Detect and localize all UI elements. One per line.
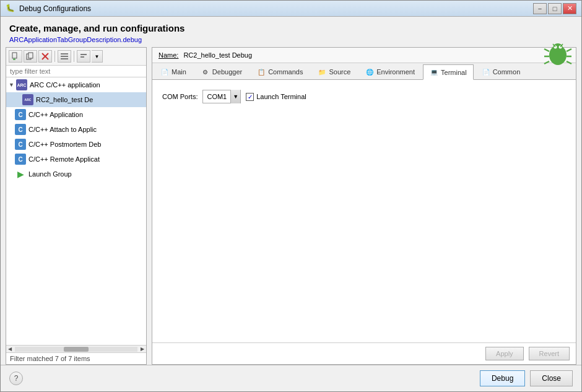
arc-child-icon: ARC	[22, 94, 33, 105]
window-title: Debug Configurations	[19, 4, 533, 13]
filter-input[interactable]	[6, 66, 146, 77]
terminal-tab-icon: 💻	[430, 68, 438, 77]
bottom-bar: Apply Revert	[152, 342, 576, 364]
svg-line-5	[567, 49, 571, 51]
terminal-tab-content: COM Ports: COM1 ▼ ✓ Launch Terminal	[152, 80, 576, 342]
close-window-button[interactable]: ✕	[563, 3, 576, 14]
delete-config-button[interactable]	[38, 50, 52, 63]
header: Create, manage, and run configurations A…	[1, 17, 581, 47]
tree-item-rc2[interactable]: ARC RC2_hello_test De	[6, 92, 146, 107]
debugger-tab-icon: ⚙	[201, 68, 210, 76]
svg-line-4	[544, 61, 549, 64]
scrollbar-thumb[interactable]	[64, 347, 89, 352]
tree-item-cpp-app[interactable]: C C/C++ Application	[6, 107, 146, 122]
tab-debugger-label: Debugger	[212, 68, 242, 76]
expand-dropdown-button[interactable]: ▼	[92, 50, 103, 63]
tree-item-cpp-attach[interactable]: C C/C++ Attach to Applic	[6, 122, 146, 137]
svg-line-2	[544, 49, 549, 51]
tab-common-label: Common	[493, 68, 521, 76]
window-icon: 🐛	[6, 4, 15, 14]
tree-item-launch-group[interactable]: ▶ Launch Group	[6, 167, 146, 181]
cpp-remote-label: C/C++ Remote Applicat	[28, 155, 100, 163]
com-select-value: COM1	[203, 92, 230, 102]
bug-icon	[543, 39, 573, 69]
tab-terminal[interactable]: 💻 Terminal	[423, 64, 474, 80]
titlebar: 🐛 Debug Configurations − □ ✕	[1, 1, 581, 17]
name-bar: Name: RC2_hello_test Debug	[152, 48, 576, 63]
tree-arrow-arc: ▼	[9, 82, 15, 88]
arc-parent-icon: ARC	[16, 79, 27, 90]
filter-status: Filter matched 7 of 7 items	[6, 352, 146, 364]
cpp-attach-label: C/C++ Attach to Applic	[28, 126, 97, 133]
footer: ? Debug Close	[1, 365, 581, 391]
tree-item-arc-parent[interactable]: ▼ ARC ARC C/C++ application	[6, 77, 146, 92]
tree-item-cpp-postmortem[interactable]: C C/C++ Postmortem Deb	[6, 137, 146, 152]
apply-button[interactable]: Apply	[485, 347, 524, 360]
main-tab-icon: 📄	[160, 68, 169, 76]
svg-line-7	[567, 61, 571, 64]
revert-button[interactable]: Revert	[529, 347, 570, 360]
tab-environment-label: Environment	[376, 68, 415, 76]
tab-main[interactable]: 📄 Main	[154, 64, 193, 79]
footer-buttons: Debug Close	[480, 370, 573, 386]
cpp-app-icon: C	[15, 109, 26, 120]
cpp-attach-icon: C	[15, 124, 26, 135]
tab-source-label: Source	[329, 68, 350, 76]
launch-group-icon: ▶	[15, 168, 26, 180]
left-panel: ▼ ▼ ARC ARC C/C++ application ARC	[6, 47, 147, 365]
expand-button[interactable]	[77, 50, 90, 63]
help-button[interactable]: ?	[9, 372, 23, 385]
tab-common[interactable]: 📄 Common	[475, 64, 528, 79]
launch-group-label: Launch Group	[28, 170, 72, 178]
cpp-postmortem-label: C/C++ Postmortem Deb	[28, 141, 101, 148]
svg-rect-16	[28, 53, 33, 58]
tree-view: ▼ ARC ARC C/C++ application ARC RC2_hell…	[6, 77, 146, 345]
tabs-bar: 📄 Main ⚙ Debugger 📋 Commands 📁 Source 🌐	[152, 63, 576, 80]
com-ports-row: COM Ports: COM1 ▼ ✓ Launch Terminal	[162, 90, 566, 103]
titlebar-controls: − □ ✕	[533, 3, 576, 14]
tab-terminal-label: Terminal	[441, 69, 467, 76]
header-subtitle: ARCApplicationTabGroupDescription.debug	[9, 36, 573, 43]
scroll-right-arrow[interactable]: ▶	[139, 346, 146, 353]
duplicate-config-button[interactable]	[24, 50, 37, 63]
tab-source[interactable]: 📁 Source	[311, 64, 357, 79]
tab-commands[interactable]: 📋 Commands	[250, 64, 310, 79]
com-select[interactable]: COM1 ▼	[202, 90, 241, 103]
scrollbar-track	[15, 347, 137, 352]
debug-button[interactable]: Debug	[480, 370, 525, 386]
scroll-left-arrow[interactable]: ◀	[6, 346, 14, 353]
maximize-button[interactable]: □	[548, 3, 562, 14]
com-select-arrow[interactable]: ▼	[230, 90, 240, 103]
toolbar-separator-2	[74, 51, 74, 62]
main-content: ▼ ▼ ARC ARC C/C++ application ARC	[1, 47, 581, 365]
collapse-all-button[interactable]	[58, 50, 71, 63]
horizontal-scrollbar[interactable]: ◀ ▶	[6, 345, 146, 352]
launch-terminal-label: Launch Terminal	[256, 93, 306, 100]
rc2-label: RC2_hello_test De	[36, 96, 93, 103]
name-value: RC2_hello_test Debug	[183, 51, 252, 59]
left-toolbar: ▼	[6, 48, 146, 66]
svg-rect-12	[12, 53, 17, 58]
name-label: Name:	[159, 51, 178, 59]
new-config-button[interactable]	[9, 50, 22, 63]
right-panel: Name: RC2_hello_test Debug 📄 Main ⚙ Debu…	[152, 47, 576, 365]
tree-item-cpp-remote[interactable]: C C/C++ Remote Applicat	[6, 152, 146, 167]
tab-main-label: Main	[172, 68, 186, 76]
cpp-remote-icon: C	[15, 154, 26, 165]
common-tab-icon: 📄	[482, 68, 490, 76]
toolbar-separator-1	[54, 51, 55, 62]
arc-parent-label: ARC C/C++ application	[30, 81, 100, 89]
close-button[interactable]: Close	[530, 370, 573, 386]
environment-tab-icon: 🌐	[365, 68, 374, 76]
tab-environment[interactable]: 🌐 Environment	[358, 64, 422, 79]
debug-configurations-window: 🐛 Debug Configurations − □ ✕ Create, man…	[0, 0, 582, 392]
launch-terminal-checkbox[interactable]: ✓	[246, 93, 254, 101]
minimize-button[interactable]: −	[533, 3, 547, 14]
com-ports-label: COM Ports:	[162, 93, 198, 100]
tab-commands-label: Commands	[268, 68, 303, 76]
header-title: Create, manage, and run configurations	[9, 23, 573, 33]
cpp-app-label: C/C++ Application	[28, 111, 83, 118]
tab-debugger[interactable]: ⚙ Debugger	[194, 64, 249, 79]
launch-terminal-checkbox-label[interactable]: ✓ Launch Terminal	[246, 93, 306, 101]
cpp-postmortem-icon: C	[15, 139, 26, 150]
